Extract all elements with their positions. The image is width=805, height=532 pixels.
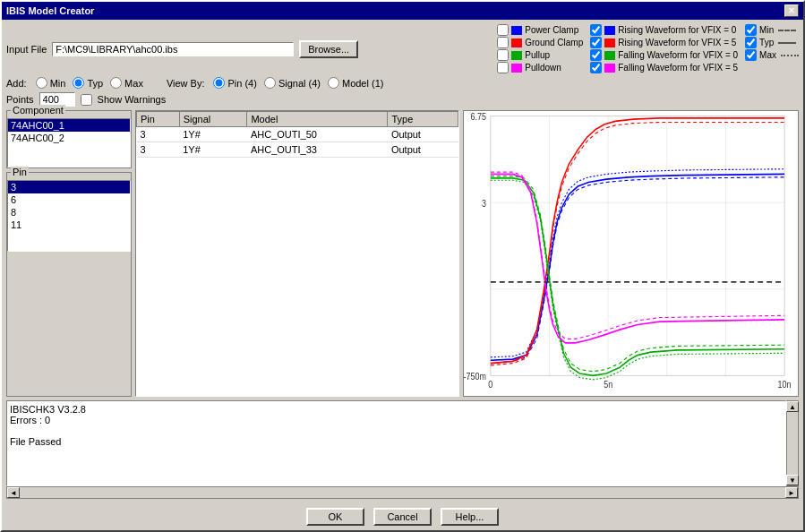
- col-pin: Pin: [137, 112, 180, 127]
- legend-rising-vfix5: Rising Waveform for VFIX = 5: [590, 37, 738, 48]
- legend-falling-vfix5: Falling Waveform for VFIX = 5: [590, 62, 738, 73]
- svg-text:6.75: 6.75: [470, 112, 485, 123]
- typ-line: [778, 42, 796, 44]
- viewby-signal-label: Signal (4): [278, 78, 321, 89]
- output-line: [10, 425, 783, 436]
- pullup-checkbox[interactable]: [497, 49, 509, 61]
- svg-text:3: 3: [482, 198, 486, 209]
- pin-listbox[interactable]: 3 6 8 11: [7, 180, 131, 252]
- cell-signal: 1Y#: [179, 142, 247, 158]
- typ-label: Typ: [759, 38, 774, 47]
- add-typ-row: Typ: [73, 77, 103, 89]
- show-warnings-label: Show Warnings: [98, 94, 167, 105]
- pin-item-2[interactable]: 8: [8, 206, 130, 219]
- add-min-row: Min: [36, 77, 66, 89]
- svg-text:-750m: -750m: [464, 371, 486, 382]
- component-item-0[interactable]: 74AHC00_1: [8, 119, 130, 132]
- viewby-radio-group: Pin (4) Signal (4) Model (1): [213, 77, 383, 89]
- falling-vfix5-checkbox[interactable]: [590, 62, 602, 73]
- pulldown-label: Pulldown: [525, 63, 561, 73]
- viewby-model-row: Model (1): [328, 77, 383, 89]
- output-hscrollbar[interactable]: ◄ ►: [6, 486, 799, 499]
- input-file-field[interactable]: F:\MC9\LIBRARY\ahc00.ibs: [52, 42, 294, 56]
- cell-pin: 3: [137, 142, 180, 158]
- viewby-model-radio[interactable]: [328, 77, 339, 89]
- max-line: [781, 55, 799, 56]
- cancel-button[interactable]: Cancel: [373, 508, 432, 526]
- viewby-pin-label: Pin (4): [227, 78, 256, 89]
- chart-svg: 6.75 3 -750m 0 5n 10n: [464, 111, 798, 396]
- output-line: Errors : 0: [10, 415, 783, 425]
- cell-model: AHC_OUTI_33: [247, 142, 388, 158]
- output-line: IBISCHK3 V3.2.8: [10, 404, 783, 415]
- help-button[interactable]: Help...: [441, 508, 499, 526]
- ok-button[interactable]: OK: [306, 508, 364, 526]
- output-vscrollbar[interactable]: ▲ ▼: [786, 400, 799, 486]
- table-row[interactable]: 3 1Y# AHC_OUTI_50 Output: [137, 127, 458, 142]
- viewby-signal-row: Signal (4): [264, 77, 321, 89]
- output-box: IBISCHK3 V3.2.8Errors : 0 File Passed: [6, 400, 786, 486]
- pin-group-label: Pin: [11, 167, 29, 177]
- show-warnings-checkbox[interactable]: [81, 94, 92, 106]
- power-clamp-checkbox[interactable]: [497, 24, 509, 36]
- component-group-label: Component: [11, 105, 65, 116]
- falling-vfix0-color: [604, 51, 615, 60]
- component-item-1[interactable]: 74AHC00_2: [8, 132, 130, 144]
- col-signal: Signal: [179, 112, 247, 127]
- falling-vfix5-label: Falling Waveform for VFIX = 5: [618, 63, 738, 73]
- output-line: File Passed: [10, 436, 783, 447]
- add-viewby-row: Add: Min Typ Max View By:: [6, 77, 799, 89]
- falling-vfix0-checkbox[interactable]: [590, 49, 602, 61]
- legend-min: Min: [745, 24, 799, 36]
- pin-item-1[interactable]: 6: [8, 193, 130, 206]
- table-container: Pin Signal Model Type 3 1Y# AHC_OUTI_50 …: [135, 110, 459, 397]
- scroll-left-btn[interactable]: ◄: [7, 487, 20, 498]
- max-label: Max: [759, 50, 776, 60]
- legend-area: Power Clamp Ground Clamp Pullup: [497, 24, 799, 73]
- main-window: IBIS Model Creator ✕ Input File F:\MC9\L…: [0, 0, 805, 532]
- data-table: Pin Signal Model Type 3 1Y# AHC_OUTI_50 …: [136, 111, 458, 158]
- col-type: Type: [388, 112, 458, 127]
- legend-pulldown: Pulldown: [497, 62, 583, 73]
- add-min-radio[interactable]: [36, 77, 47, 89]
- pin-item-0[interactable]: 3: [8, 181, 130, 193]
- power-clamp-label: Power Clamp: [525, 25, 578, 35]
- legend-pullup: Pullup: [497, 49, 583, 61]
- legend-col1: Power Clamp Ground Clamp Pullup: [497, 24, 583, 73]
- viewby-pin-radio[interactable]: [213, 77, 225, 89]
- component-listbox[interactable]: 74AHC00_1 74AHC00_2: [7, 118, 131, 167]
- legend-falling-vfix0: Falling Waveform for VFIX = 0: [590, 49, 738, 61]
- close-button[interactable]: ✕: [784, 4, 799, 17]
- ground-clamp-checkbox[interactable]: [497, 37, 509, 48]
- browse-button[interactable]: Browse...: [299, 40, 358, 58]
- legend-rising-vfix0: Rising Waveform for VFIX = 0: [590, 24, 738, 36]
- scroll-right-btn[interactable]: ►: [785, 487, 798, 498]
- viewby-pin-row: Pin (4): [213, 77, 256, 89]
- rising-vfix5-checkbox[interactable]: [590, 37, 602, 48]
- rising-vfix0-checkbox[interactable]: [590, 24, 602, 36]
- min-label: Min: [759, 25, 774, 35]
- viewby-signal-radio[interactable]: [264, 77, 276, 89]
- bottom-panel: IBISCHK3 V3.2.8Errors : 0 File Passed ▲ …: [6, 400, 799, 499]
- points-row: Points 400 Show Warnings: [6, 92, 799, 107]
- add-typ-radio[interactable]: [73, 77, 84, 89]
- pullup-label: Pullup: [525, 50, 550, 60]
- legend-max: Max: [745, 49, 799, 61]
- cell-model: AHC_OUTI_50: [247, 127, 388, 142]
- add-max-radio[interactable]: [110, 77, 122, 89]
- viewby-model-label: Model (1): [342, 78, 383, 89]
- scroll-down-btn[interactable]: ▼: [786, 475, 799, 485]
- chart-area: 6.75 3 -750m 0 5n 10n: [463, 110, 799, 397]
- scroll-up-btn[interactable]: ▲: [786, 401, 799, 412]
- legend-col2: Rising Waveform for VFIX = 0 Rising Wave…: [590, 24, 738, 73]
- cell-pin: 3: [137, 127, 180, 142]
- max-checkbox[interactable]: [745, 49, 757, 61]
- min-line: [778, 30, 796, 31]
- right-panel: 6.75 3 -750m 0 5n 10n: [463, 110, 799, 397]
- pulldown-checkbox[interactable]: [497, 62, 509, 73]
- typ-checkbox[interactable]: [745, 37, 757, 48]
- min-checkbox[interactable]: [745, 24, 757, 36]
- pin-item-3[interactable]: 11: [8, 219, 130, 231]
- table-row[interactable]: 3 1Y# AHC_OUTI_33 Output: [137, 142, 458, 158]
- rising-vfix0-label: Rising Waveform for VFIX = 0: [618, 25, 736, 35]
